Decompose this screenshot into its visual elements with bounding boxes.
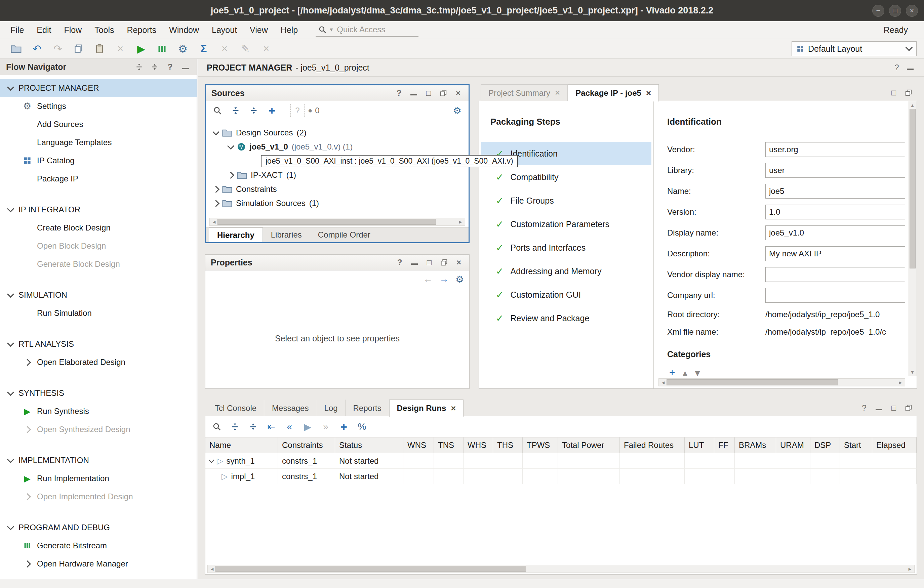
tree-item-instance[interactable]: joe5_v1_0_S00_AXI_inst : joe5_v1_0_S00_A… <box>206 154 469 168</box>
expand-all-icon[interactable] <box>150 61 160 72</box>
move-up-icon[interactable]: ▴ <box>683 367 688 376</box>
run-button[interactable]: ▶ <box>300 420 315 434</box>
menu-tools[interactable]: Tools <box>88 21 120 39</box>
identification-vscrollbar[interactable]: ▴ ▾ <box>908 101 917 376</box>
scroll-up-icon[interactable]: ▴ <box>909 102 916 109</box>
edit-button[interactable]: ✎ <box>237 41 254 56</box>
create-runs-button[interactable]: + <box>337 420 351 434</box>
sidebar-section-implementation[interactable]: IMPLEMENTATION <box>0 451 196 469</box>
menu-edit[interactable]: Edit <box>30 21 58 39</box>
scrollbar-thumb[interactable] <box>215 566 526 572</box>
close-icon[interactable]: × <box>453 87 463 99</box>
maximize-icon[interactable]: □ <box>889 87 899 99</box>
percent-button[interactable]: % <box>355 420 370 434</box>
sidebar-section-rtl-analysis[interactable]: RTL ANALYSIS <box>0 335 196 353</box>
sidebar-item-run-simulation[interactable]: Run Simulation <box>0 304 196 322</box>
sidebar-section-program-debug[interactable]: PROGRAM AND DEBUG <box>0 519 196 537</box>
move-down-icon[interactable]: ▾ <box>695 367 700 376</box>
chevron-right-icon[interactable] <box>213 199 219 207</box>
sidebar-section-ip-integrator[interactable]: IP INTEGRATOR <box>0 201 196 219</box>
layout-selector[interactable]: Default Layout <box>792 41 917 56</box>
step-customization-parameters[interactable]: ✓ Customization Parameters <box>481 212 652 236</box>
quick-access[interactable]: ▾ <box>316 23 419 36</box>
cancel-run-button[interactable]: × <box>216 41 233 56</box>
sidebar-item-open-elaborated-design[interactable]: Open Elaborated Design <box>0 353 196 371</box>
step-ports-and-interfaces[interactable]: ✓ Ports and Interfaces <box>481 236 652 259</box>
float-icon[interactable] <box>439 257 449 268</box>
scrollbar-thumb[interactable] <box>218 219 436 225</box>
tab-hierarchy[interactable]: Hierarchy <box>209 227 263 242</box>
tab-compile-order[interactable]: Compile Order <box>310 227 378 242</box>
collapse-all-icon[interactable] <box>134 61 144 72</box>
copy-button[interactable] <box>70 41 87 56</box>
tree-item-simulation-sources[interactable]: Simulation Sources (1) <box>206 196 469 210</box>
redo-button[interactable]: ↷ <box>49 41 66 56</box>
tree-item-design-sources[interactable]: Design Sources (2) <box>206 126 469 140</box>
sidebar-item-open-hardware-manager[interactable]: Open Hardware Manager <box>0 555 196 573</box>
tab-project-summary[interactable]: Project Summary × <box>481 84 568 101</box>
description-field[interactable] <box>766 246 905 261</box>
vendor-field[interactable] <box>766 142 905 157</box>
settings-button[interactable]: ⚙ <box>174 41 191 56</box>
menu-reports[interactable]: Reports <box>120 21 163 39</box>
sidebar-item-settings[interactable]: ⚙ Settings <box>0 97 196 115</box>
step-addressing-and-memory[interactable]: ✓ Addressing and Memory <box>481 259 652 283</box>
identification-hscrollbar[interactable]: ◂ ▸ <box>658 378 905 386</box>
close-icon[interactable]: × <box>555 88 560 98</box>
search-button[interactable] <box>210 420 224 434</box>
menu-flow[interactable]: Flow <box>58 21 88 39</box>
add-category-button[interactable]: + <box>669 367 675 376</box>
sidebar-item-run-implementation[interactable]: ▶ Run Implementation <box>0 469 196 488</box>
scroll-right-icon[interactable]: ▸ <box>906 565 913 573</box>
step-compatibility[interactable]: ✓ Compatibility <box>481 165 652 189</box>
program-device-button[interactable] <box>153 41 171 56</box>
sidebar-item-create-block-design[interactable]: Create Block Design <box>0 219 196 237</box>
minimize-button[interactable]: − <box>872 5 884 17</box>
delete-button[interactable]: × <box>112 41 129 56</box>
company-url-field[interactable] <box>766 288 905 303</box>
minimize-icon[interactable] <box>409 257 419 268</box>
close-button[interactable]: × <box>906 5 918 17</box>
sidebar-item-add-sources[interactable]: Add Sources <box>0 115 196 133</box>
vendor-display-name-field[interactable] <box>766 267 905 282</box>
scroll-left-icon[interactable]: ◂ <box>211 218 218 226</box>
minimize-icon[interactable] <box>905 62 915 73</box>
properties-settings-button[interactable]: ⚙ <box>455 274 464 285</box>
float-icon[interactable] <box>904 402 914 413</box>
collapse-all-button[interactable] <box>228 420 243 434</box>
sidebar-section-project-manager[interactable]: PROJECT MANAGER <box>0 79 196 97</box>
back-icon[interactable]: ← <box>423 274 432 285</box>
scroll-right-icon[interactable]: ▸ <box>897 379 904 386</box>
chevron-down-icon[interactable] <box>227 142 234 149</box>
menu-view[interactable]: View <box>243 21 274 39</box>
close-icon[interactable]: × <box>646 88 651 99</box>
runs-hscrollbar[interactable]: ◂ ▸ <box>207 565 914 573</box>
scroll-left-icon[interactable]: ◂ <box>209 565 215 573</box>
maximize-button[interactable]: □ <box>889 5 901 17</box>
tab-design-runs[interactable]: Design Runs × <box>389 400 464 417</box>
step-forward-button[interactable]: » <box>318 420 333 434</box>
menu-help[interactable]: Help <box>274 21 304 39</box>
help-icon[interactable]: ? <box>892 62 902 73</box>
table-row-synth[interactable]: ▷ synth_1 constrs_1 Not started <box>205 453 917 469</box>
close-icon[interactable]: × <box>454 257 464 268</box>
expand-all-button[interactable] <box>246 420 261 434</box>
sidebar-section-simulation[interactable]: SIMULATION <box>0 286 196 304</box>
search-button[interactable] <box>210 104 225 118</box>
sidebar-item-generate-block-design[interactable]: Generate Block Design <box>0 255 196 273</box>
sidebar-item-open-synthesized-design[interactable]: Open Synthesized Design <box>0 420 196 438</box>
menu-window[interactable]: Window <box>163 21 205 39</box>
undo-button[interactable]: ↶ <box>28 41 46 56</box>
paste-button[interactable] <box>91 41 108 56</box>
minimize-icon[interactable] <box>874 402 884 413</box>
help-icon[interactable]: ? <box>394 87 404 99</box>
chevron-right-icon[interactable] <box>227 171 234 178</box>
sidebar-item-open-block-design[interactable]: Open Block Design <box>0 237 196 255</box>
help-icon[interactable]: ? <box>394 257 405 268</box>
chevron-right-icon[interactable] <box>213 186 219 193</box>
maximize-icon[interactable]: □ <box>424 87 434 99</box>
sidebar-section-synthesis[interactable]: SYNTHESIS <box>0 384 196 402</box>
sidebar-item-run-synthesis[interactable]: ▶ Run Synthesis <box>0 402 196 420</box>
sources-settings-button[interactable]: ⚙ <box>450 104 465 118</box>
sidebar-item-package-ip[interactable]: Package IP <box>0 170 196 188</box>
